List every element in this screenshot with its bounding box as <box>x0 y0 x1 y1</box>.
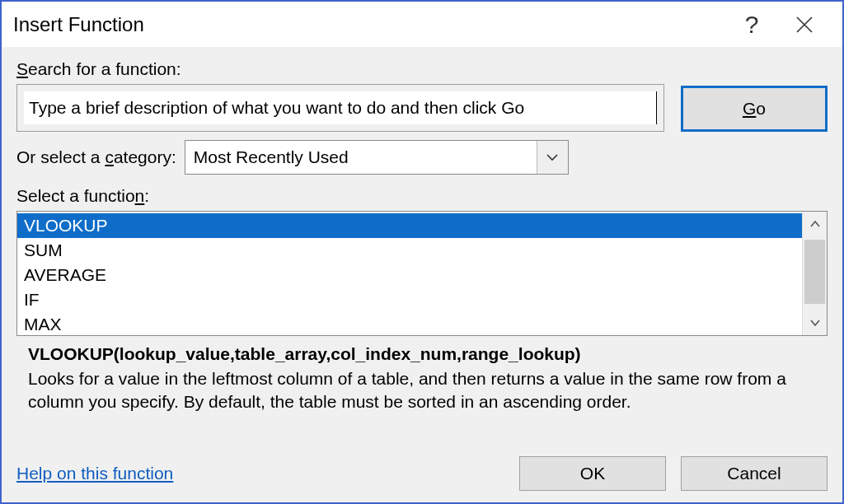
list-item[interactable]: MAX <box>17 312 802 335</box>
scroll-up-button[interactable] <box>803 212 827 236</box>
titlebar: Insert Function ? <box>2 2 842 48</box>
list-item[interactable]: IF <box>17 287 802 312</box>
chevron-down-icon <box>809 319 821 327</box>
help-button[interactable]: ? <box>725 2 778 48</box>
scrollbar[interactable] <box>802 212 827 335</box>
help-on-function-link[interactable]: Help on this function <box>16 464 173 483</box>
function-description-text: Looks for a value in the leftmost column… <box>28 367 823 414</box>
chevron-up-icon <box>809 220 821 228</box>
scroll-thumb[interactable] <box>804 240 825 304</box>
category-selected-value: Most Recently Used <box>194 147 349 167</box>
dialog-body: Search for a function: Go Or select a ca… <box>2 48 842 502</box>
close-icon <box>795 16 814 34</box>
search-input-wrap <box>16 84 664 132</box>
function-signature: VLOOKUP(lookup_value,table_array,col_ind… <box>28 344 823 364</box>
search-input[interactable] <box>24 91 657 124</box>
function-listbox[interactable]: VLOOKUPSUMAVERAGEIFMAX <box>16 211 828 336</box>
list-item[interactable]: VLOOKUP <box>17 213 802 238</box>
ok-button[interactable]: OK <box>519 456 666 491</box>
list-item[interactable]: SUM <box>17 238 802 263</box>
category-label: Or select a category: <box>16 147 176 167</box>
dialog-footer: Help on this function OK Cancel <box>16 446 828 491</box>
scroll-track[interactable] <box>803 236 827 310</box>
cancel-button[interactable]: Cancel <box>681 456 828 491</box>
category-select[interactable]: Most Recently Used <box>185 140 569 175</box>
search-label: Search for a function: <box>16 59 828 79</box>
list-item[interactable]: AVERAGE <box>17 263 802 287</box>
go-button[interactable]: Go <box>681 86 828 132</box>
close-button[interactable] <box>778 2 831 48</box>
dialog-title: Insert Function <box>13 13 144 36</box>
function-description: VLOOKUP(lookup_value,table_array,col_ind… <box>16 343 828 414</box>
insert-function-dialog: Insert Function ? Search for a function:… <box>0 0 844 504</box>
select-function-label: Select a function: <box>16 186 828 206</box>
scroll-down-button[interactable] <box>803 310 827 335</box>
chevron-down-icon <box>537 141 568 174</box>
